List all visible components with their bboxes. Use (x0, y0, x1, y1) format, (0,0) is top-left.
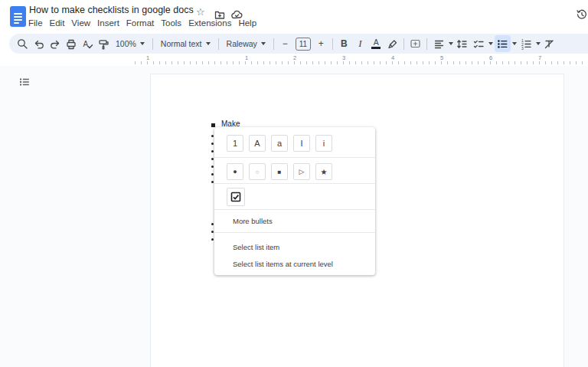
list-bullet-dot (211, 150, 214, 152)
ruler-ticks (135, 61, 583, 64)
menubar-item-format[interactable]: Format (126, 18, 154, 28)
text-color-bar (371, 47, 381, 49)
italic-button[interactable]: I (352, 35, 368, 52)
ruler-number: 1 (146, 54, 149, 61)
list-bullet-dot (211, 223, 214, 225)
version-history-icon[interactable] (576, 8, 588, 24)
paragraph-style-value: Normal text (161, 39, 202, 48)
bullet-option-1[interactable]: ● (227, 163, 243, 180)
toolbar-divider (152, 38, 153, 50)
menubar-item-help[interactable]: Help (238, 18, 256, 28)
google-docs-app: How to make checklists in google docs ☆ … (0, 0, 588, 367)
numbering-option-1[interactable]: 1 (227, 135, 243, 152)
bullet-option-3[interactable]: ■ (271, 163, 288, 180)
highlight-color-button[interactable] (384, 35, 400, 52)
clear-formatting-button[interactable] (541, 35, 557, 52)
zoom-select[interactable]: 100% (111, 39, 149, 48)
ruler: 11234567 (0, 54, 588, 66)
list-bullet-dot (211, 135, 214, 137)
document-outline-icon[interactable] (18, 77, 31, 90)
chevron-down-icon (261, 42, 266, 45)
checklist-button[interactable] (471, 35, 487, 52)
menubar-item-tools[interactable]: Tools (161, 18, 181, 28)
text-color-button[interactable]: A (368, 35, 384, 52)
ruler-number: 5 (440, 54, 443, 61)
list-bullet-dot (211, 143, 214, 145)
ruler-number: 6 (489, 54, 492, 61)
ruler-number: 1 (245, 54, 248, 61)
bullet-option-4[interactable]: ▷ (293, 163, 310, 180)
print-button[interactable] (63, 35, 79, 52)
checklist-dropdown-arrow[interactable] (488, 42, 493, 45)
toolbar-divider (403, 38, 404, 50)
list-bullet-dot (211, 173, 214, 175)
google-docs-logo-icon[interactable] (10, 6, 26, 27)
menubar-item-view[interactable]: View (71, 18, 90, 28)
font-size-input[interactable]: 11 (296, 38, 311, 51)
list-bullet-dot (211, 238, 214, 241)
star-icon[interactable]: ☆ (196, 7, 205, 17)
list-item-marker (211, 123, 215, 127)
list-bullet-dot (211, 158, 214, 160)
bullet-option-2[interactable]: ○ (249, 163, 266, 180)
document-title[interactable]: How to make checklists in google docs (29, 5, 194, 15)
insert-comment-button[interactable] (407, 35, 423, 52)
undo-button[interactable] (31, 35, 47, 52)
menu-item-select-list-items-at-current-level[interactable]: Select list items at current level (214, 256, 375, 271)
menubar: FileEditViewInsertFormatToolsExtensionsH… (28, 17, 263, 29)
bulleted-list-button[interactable] (495, 35, 511, 52)
spellcheck-button[interactable]: A (79, 35, 95, 52)
font-select[interactable]: Raleway (222, 39, 270, 48)
align-left-button[interactable] (431, 35, 447, 52)
bulleted-list-dropdown-arrow[interactable] (512, 42, 517, 45)
numbering-options-row: 1AaIi (227, 135, 332, 152)
menu-item-more-bullets[interactable]: More bullets (214, 210, 375, 232)
redo-button[interactable] (47, 35, 63, 52)
increase-font-size-button[interactable]: + (313, 35, 329, 52)
bullet-option-5[interactable]: ★ (315, 163, 332, 180)
bullet-list-menu: 1AaIi ●○■▷★ More bullets Select list ite… (214, 127, 375, 275)
menu-divider (214, 157, 375, 158)
menubar-item-edit[interactable]: Edit (50, 18, 65, 28)
numbered-list-button[interactable]: 123 (518, 35, 534, 52)
paint-format-icon[interactable] (95, 35, 111, 52)
bullet-options-row: ●○■▷★ (227, 163, 332, 180)
numbering-option-4[interactable]: I (293, 135, 310, 152)
svg-text:3: 3 (521, 45, 524, 49)
zoom-value: 100% (116, 39, 136, 48)
numbering-option-2[interactable]: A (249, 135, 266, 152)
paragraph-style-select[interactable]: Normal text (156, 39, 215, 48)
menu-divider (214, 232, 375, 233)
checklist-option[interactable] (227, 188, 245, 206)
search-button[interactable] (15, 35, 31, 52)
list-bullet-dot (211, 181, 214, 183)
line-spacing-button[interactable] (454, 35, 470, 52)
font-value: Raleway (227, 39, 257, 48)
checkbox-glyph-icon (230, 192, 241, 202)
ruler-number: 4 (391, 54, 394, 61)
chevron-down-icon (206, 42, 211, 45)
numbered-list-dropdown-arrow[interactable] (536, 42, 541, 45)
toolbar-divider (332, 38, 333, 50)
toolbar-divider (218, 38, 219, 50)
menu-divider (214, 183, 375, 184)
ruler-number: 7 (538, 54, 541, 61)
menubar-item-insert[interactable]: Insert (97, 18, 119, 28)
menubar-item-file[interactable]: File (28, 18, 43, 28)
numbering-option-3[interactable]: a (271, 135, 288, 152)
numbering-option-5[interactable]: i (315, 135, 332, 152)
chevron-down-icon (140, 42, 145, 45)
align-dropdown-arrow[interactable] (449, 42, 453, 45)
decrease-font-size-button[interactable]: − (277, 35, 293, 52)
toolbar-divider (426, 38, 427, 50)
list-bullet-dot (211, 165, 214, 168)
ruler-number: 2 (293, 54, 296, 61)
toolbar-divider (273, 38, 274, 50)
menubar-item-extensions[interactable]: Extensions (188, 18, 231, 28)
toolbar: A 100% Normal text Raleway − 11 + B I A (9, 34, 588, 54)
menu-item-select-list-item[interactable]: Select list item (214, 239, 375, 254)
ruler-number: 3 (342, 54, 345, 61)
bold-button[interactable]: B (336, 35, 352, 52)
list-bullet-dot (211, 231, 214, 233)
